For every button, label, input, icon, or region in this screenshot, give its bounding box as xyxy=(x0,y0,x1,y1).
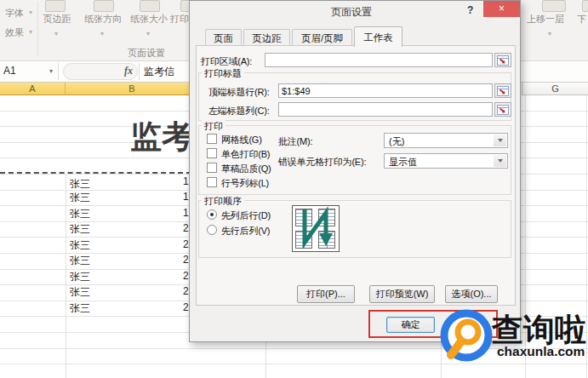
chevron-down-icon: ▾ xyxy=(29,29,32,36)
gridline-vertical xyxy=(265,342,266,378)
row-col-headings-checkbox-label[interactable]: 行号列标(L) xyxy=(221,177,269,190)
cell-name[interactable]: 张三 xyxy=(70,191,90,205)
cell-value[interactable]: 2 xyxy=(183,238,189,250)
watermark: 查询啦 chaxunla.com xyxy=(430,303,588,371)
bw-print-checkbox-label[interactable]: 单色打印(B) xyxy=(221,148,270,161)
over-then-down-radio[interactable] xyxy=(207,225,217,235)
theme-effects-button[interactable]: 效果 xyxy=(5,26,24,39)
comments-dropdown[interactable]: (无) xyxy=(384,133,508,148)
gridlines-checkbox-label[interactable]: 网格线(G) xyxy=(221,134,262,146)
name-box-dropdown-icon[interactable]: ▾ xyxy=(49,68,53,75)
options-button[interactable]: 选项(O)... xyxy=(445,285,498,303)
range-picker-icon[interactable] xyxy=(494,102,511,117)
divider xyxy=(139,63,140,80)
watermark-domain-text: chaxunla.com xyxy=(497,344,585,359)
help-button[interactable]: ? xyxy=(467,4,473,16)
print-area-label: 打印区域(A): xyxy=(201,55,252,68)
cell-value[interactable]: 2 xyxy=(183,254,189,266)
print-order-group-label: 打印顺序 xyxy=(202,195,244,208)
cell-value[interactable]: 1 xyxy=(183,207,189,219)
cell-name[interactable]: 张三 xyxy=(70,254,90,268)
chaxunla-logo-icon xyxy=(437,306,495,364)
divider xyxy=(58,63,59,80)
dialog-title: 页面设置 xyxy=(198,5,505,20)
name-box[interactable]: A1 xyxy=(3,65,16,77)
tab-page[interactable]: 页面 xyxy=(205,29,242,46)
page-break-dashed-line xyxy=(0,172,191,174)
ribbon-button-orientation[interactable]: 纸张方向 xyxy=(78,13,128,26)
cell-errors-dropdown[interactable]: 显示值 xyxy=(384,153,508,169)
cell-value[interactable]: 1 xyxy=(183,191,189,203)
print-order-arrow-icon xyxy=(293,206,339,251)
print-titles-group-label: 打印标题 xyxy=(202,67,244,80)
chevron-down-icon: ▾ xyxy=(100,31,104,37)
cell-value[interactable]: 2 xyxy=(183,270,189,282)
chevron-down-icon: ▾ xyxy=(29,9,32,16)
down-then-over-radio[interactable] xyxy=(207,209,217,220)
draft-quality-checkbox-label[interactable]: 草稿品质(Q) xyxy=(221,163,271,175)
column-header-g[interactable]: G xyxy=(522,83,588,95)
down-then-over-radio-label[interactable]: 先列后行(D) xyxy=(221,209,271,222)
cell-errors-label: 错误单元格打印为(E): xyxy=(278,156,366,169)
ribbon-group-label-page-setup: 页面设置 xyxy=(128,47,187,60)
ribbon-button-margins[interactable]: 页边距 xyxy=(36,13,78,26)
cell-value[interactable]: 1 xyxy=(183,175,189,187)
chevron-down-icon[interactable] xyxy=(494,135,506,146)
chevron-down-icon: ▾ xyxy=(54,31,58,37)
tab-margins[interactable]: 页边距 xyxy=(243,29,290,46)
print-button[interactable]: 打印(P)... xyxy=(297,285,355,303)
cell-name[interactable]: 张三 xyxy=(70,178,90,190)
draft-quality-checkbox[interactable] xyxy=(207,163,217,173)
left-title-cols-label: 左端标题列(C): xyxy=(208,105,270,117)
cell-value[interactable]: 2 xyxy=(183,222,189,234)
cell-name[interactable]: 张三 xyxy=(70,270,90,284)
orientation-icon xyxy=(94,0,114,12)
cell-name[interactable]: 张三 xyxy=(70,222,90,237)
excel-window: 字体 ▾ 效果 ▾ 页边距 ▾ 纸张方向 ▾ 纸张大小 ▾ 打印区域 页面设置 … xyxy=(0,0,588,378)
close-button[interactable]: × xyxy=(483,1,520,17)
left-title-cols-input[interactable] xyxy=(278,102,493,117)
theme-fonts-button[interactable]: 字体 xyxy=(5,7,24,20)
print-group-label: 打印 xyxy=(202,120,225,133)
page-setup-dialog: 页面设置 ? × 页面 页边距 页眉/页脚 工作表 打印区域(A): 打印标题 … xyxy=(189,0,521,342)
cell-value[interactable]: 2 xyxy=(183,285,189,297)
sheet-rows: 张三 1 张三 1 张三 1 张三 2 张三 2 张三 2 张三 2 张三 2 … xyxy=(0,175,197,318)
ribbon-group-divider xyxy=(37,2,38,56)
print-order-preview xyxy=(292,205,340,252)
cell-name[interactable]: 张三 xyxy=(70,301,90,316)
cell-errors-dropdown-value: 显示值 xyxy=(389,156,417,169)
bring-forward-icon xyxy=(542,0,566,12)
print-area-input[interactable] xyxy=(265,53,493,67)
cell-name[interactable]: 张三 xyxy=(70,238,90,253)
cell-name[interactable]: 张三 xyxy=(70,207,90,221)
tab-sheet[interactable]: 工作表 xyxy=(354,26,402,47)
chevron-down-icon: ▾ xyxy=(146,31,150,37)
chevron-down-icon[interactable] xyxy=(494,155,506,167)
column-header-a[interactable]: A xyxy=(0,83,66,95)
cell-value[interactable]: 2 xyxy=(183,301,189,313)
margins-icon xyxy=(45,0,66,12)
row-col-headings-checkbox[interactable] xyxy=(207,177,217,187)
column-header-b[interactable]: B xyxy=(66,83,198,95)
bw-print-checkbox[interactable] xyxy=(207,148,217,158)
ribbon-button-size[interactable]: 纸张大小 xyxy=(124,13,174,26)
top-title-rows-input[interactable] xyxy=(278,83,493,98)
top-title-rows-label: 顶端标题行(R): xyxy=(208,86,270,99)
print-preview-button[interactable]: 打印预览(W) xyxy=(369,285,435,303)
sheet-title-text: 监考 xyxy=(130,116,193,158)
paper-size-icon xyxy=(140,0,160,12)
formula-bar-value[interactable]: 监考信 xyxy=(144,65,174,79)
range-picker-icon[interactable] xyxy=(494,53,511,67)
gridlines-checkbox[interactable] xyxy=(207,134,217,144)
send-backward-icon xyxy=(582,0,588,12)
cell-name[interactable]: 张三 xyxy=(70,285,90,300)
chevron-down-icon: ▾ xyxy=(548,31,551,37)
range-picker-icon[interactable] xyxy=(494,83,511,98)
ribbon-button-send-backward[interactable]: 下 xyxy=(577,13,586,26)
over-then-down-radio-label[interactable]: 先行后列(V) xyxy=(221,225,270,238)
ribbon-button-bring-forward[interactable]: 上移一层 xyxy=(527,13,564,26)
comments-dropdown-value: (无) xyxy=(389,135,404,148)
tab-header-footer[interactable]: 页眉/页脚 xyxy=(292,29,352,46)
insert-function-icon[interactable]: fx xyxy=(124,65,133,77)
comments-label: 批注(M): xyxy=(278,135,312,148)
